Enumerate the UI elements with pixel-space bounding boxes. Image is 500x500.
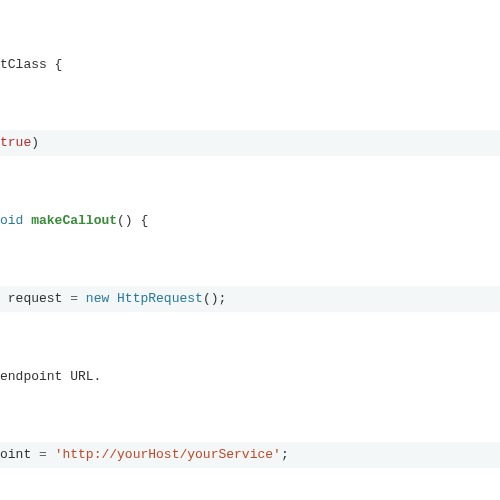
code-text: true	[0, 135, 31, 150]
code-text: =	[70, 291, 78, 306]
code-line: tClass {	[0, 52, 500, 78]
code-text: ;	[281, 447, 289, 462]
code-text: oint	[0, 447, 39, 462]
code-text: =	[39, 447, 47, 462]
code-text: endpoint URL.	[0, 369, 101, 384]
code-text: request	[0, 291, 70, 306]
code-text: oid	[0, 213, 31, 228]
code-line: endpoint URL.	[0, 364, 500, 390]
code-line: oid makeCallout() {	[0, 208, 500, 234]
code-text: ();	[203, 291, 226, 306]
code-line: true)	[0, 130, 500, 156]
code-text: tClass {	[0, 57, 62, 72]
code-text: new	[78, 291, 117, 306]
code-text: makeCallout	[31, 213, 117, 228]
code-text: 'http://yourHost/yourService'	[47, 447, 281, 462]
code-text: HttpRequest	[117, 291, 203, 306]
code-text: () {	[117, 213, 148, 228]
code-line: oint = 'http://yourHost/yourService';	[0, 442, 500, 468]
code-line: request = new HttpRequest();	[0, 286, 500, 312]
code-block-1: tClass { true) oid makeCallout() { reque…	[0, 0, 500, 500]
code-text: )	[31, 135, 39, 150]
